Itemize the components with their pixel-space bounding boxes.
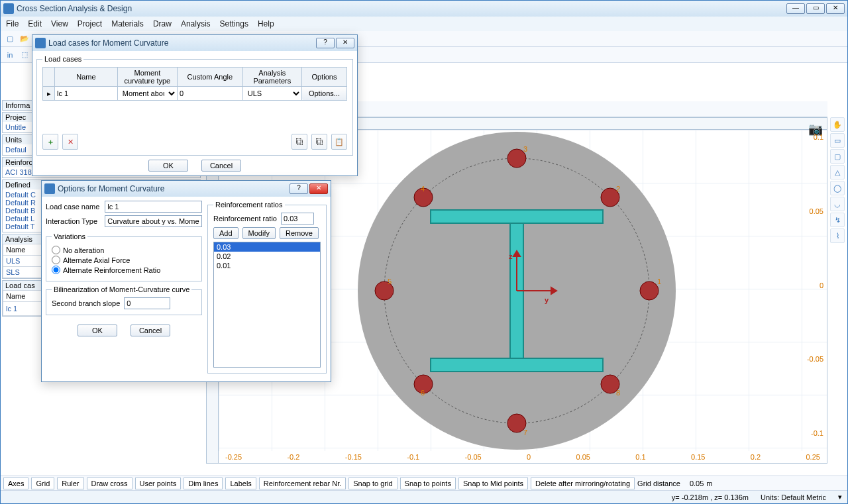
- main-titlebar: Cross Section Analysis & Design — ▭ ✕: [1, 1, 847, 17]
- radio-alt-reinforcement[interactable]: [52, 266, 60, 274]
- menu-view[interactable]: View: [51, 19, 68, 28]
- tool-icon[interactable]: ▢: [830, 149, 845, 164]
- menu-file[interactable]: File: [6, 19, 19, 28]
- add-row-icon[interactable]: ＋: [42, 134, 58, 150]
- ok-button[interactable]: OK: [148, 160, 188, 172]
- toggle-grid[interactable]: Grid: [31, 478, 54, 489]
- maximize-button[interactable]: ▭: [806, 3, 825, 14]
- svg-text:7: 7: [523, 428, 527, 436]
- close-button[interactable]: ✕: [336, 38, 354, 48]
- svg-text:4: 4: [421, 185, 425, 193]
- delete-row-icon[interactable]: ✕: [62, 134, 78, 150]
- toggle-rebar-nr[interactable]: Reinforcement rebar Nr.: [259, 478, 346, 489]
- toggle-snap-mid[interactable]: Snap to Mid points: [458, 478, 528, 489]
- menu-materials[interactable]: Materials: [111, 19, 144, 28]
- modify-button[interactable]: Modify: [242, 227, 276, 239]
- list-item[interactable]: 0.03: [214, 242, 320, 252]
- row-type-select[interactable]: Moment about y: [118, 87, 177, 100]
- help-button[interactable]: ?: [290, 183, 308, 194]
- add-button[interactable]: Add: [213, 227, 238, 239]
- dialog-title: Options for Moment Curvature: [58, 184, 287, 193]
- loadcase-name-input[interactable]: [105, 201, 202, 213]
- help-button[interactable]: ?: [316, 38, 335, 48]
- tool-icon[interactable]: ◡: [830, 197, 845, 211]
- tool-icon[interactable]: ▭: [830, 133, 845, 148]
- row-indicator-icon: ▸: [43, 87, 55, 101]
- tool-icon[interactable]: ⌇: [830, 228, 845, 243]
- variations-group: Variations No alteration Alternate Axial…: [46, 232, 202, 281]
- status-bar: y= -0.218m , z= 0.136m Units: Default Me…: [1, 490, 847, 503]
- row-name-input[interactable]: [55, 87, 117, 100]
- toggle-snap-points[interactable]: Snap to points: [400, 478, 456, 489]
- row-angle-input[interactable]: [178, 87, 242, 100]
- list-item[interactable]: 0.02: [214, 252, 320, 261]
- col-type: Moment curvature type: [117, 68, 177, 87]
- remove-button[interactable]: Remove: [280, 227, 319, 239]
- bilinearization-group: Bilinearization of Moment-Curvature curv…: [46, 285, 202, 315]
- toggle-delete-after[interactable]: Delete after mirroring/rotating: [531, 478, 635, 489]
- row-params-select[interactable]: ULS: [243, 87, 301, 100]
- rr-listbox[interactable]: 0.03 0.02 0.01: [213, 242, 321, 368]
- list-item[interactable]: 0.01: [214, 261, 320, 270]
- radio-alt-axial[interactable]: [52, 256, 60, 264]
- toggle-axes[interactable]: Axes: [3, 478, 28, 489]
- menu-help[interactable]: Help: [258, 19, 274, 28]
- tool-icon[interactable]: ◯: [830, 181, 845, 195]
- svg-rect-3: [431, 358, 603, 372]
- app-icon: [44, 183, 55, 194]
- toggle-dimlines[interactable]: Dim lines: [184, 478, 223, 489]
- close-button[interactable]: ✕: [309, 183, 328, 194]
- tool-icon[interactable]: △: [830, 165, 845, 179]
- toggle-drawcross[interactable]: Draw cross: [87, 478, 132, 489]
- app-icon: [35, 38, 46, 48]
- variations-label: Variations: [52, 232, 87, 240]
- interaction-type-input[interactable]: [105, 215, 202, 227]
- main-title: Cross Section Analysis & Design: [17, 4, 784, 13]
- rr-label: Reinforcement ratio: [213, 215, 277, 223]
- tool-icon[interactable]: in: [3, 48, 17, 62]
- menu-project[interactable]: Project: [78, 19, 102, 28]
- toggle-ruler[interactable]: Ruler: [57, 478, 83, 489]
- grid-distance-value: 0.05: [690, 479, 704, 487]
- loadcase-name-label: Load case name: [46, 203, 99, 211]
- svg-text:5: 5: [388, 277, 392, 285]
- loadcases-group-label: Load cases: [42, 55, 83, 63]
- app-icon: [3, 3, 14, 14]
- rr-input[interactable]: [281, 213, 314, 225]
- ok-button[interactable]: OK: [78, 325, 117, 336]
- loadcases-table: Name Moment curvature type Custom Angle …: [42, 67, 347, 101]
- hand-icon[interactable]: ✋: [830, 117, 845, 132]
- minimize-button[interactable]: —: [786, 3, 805, 14]
- paste-icon[interactable]: 📋: [331, 134, 347, 150]
- slope-input[interactable]: [124, 297, 170, 309]
- svg-point-5: [640, 281, 659, 300]
- toggle-labels[interactable]: Labels: [225, 478, 256, 489]
- col-params: Analysis Parameters: [242, 68, 301, 87]
- svg-rect-2: [431, 210, 603, 223]
- open-file-icon[interactable]: 📂: [18, 32, 31, 46]
- menu-settings[interactable]: Settings: [220, 19, 248, 28]
- dialog-load-cases: Load cases for Moment Curvature ? ✕ Load…: [32, 34, 358, 176]
- row-options-button[interactable]: Options...: [302, 87, 346, 100]
- copy-icon[interactable]: ⿻: [311, 134, 327, 150]
- slope-label: Second branch slope: [52, 299, 120, 307]
- cancel-button[interactable]: Cancel: [131, 325, 170, 336]
- menu-draw[interactable]: Draw: [153, 19, 172, 28]
- menu-edit[interactable]: Edit: [28, 19, 42, 28]
- dialog-title: Load cases for Moment Curvature: [48, 38, 313, 48]
- toggle-userpoints[interactable]: User points: [135, 478, 182, 489]
- toggle-snap-grid[interactable]: Snap to grid: [348, 478, 397, 489]
- radio-no-alteration[interactable]: [52, 246, 60, 254]
- menu-analysis[interactable]: Analysis: [181, 19, 211, 28]
- copy-icon[interactable]: ⿻: [292, 134, 307, 150]
- interaction-type-label: Interaction Type: [46, 217, 99, 225]
- new-file-icon[interactable]: ▢: [3, 32, 17, 46]
- tool-icon[interactable]: ↯: [830, 213, 845, 227]
- cancel-button[interactable]: Cancel: [201, 160, 241, 172]
- status-coords: y= -0.218m , z= 0.136m: [672, 493, 749, 501]
- units-dropdown-icon[interactable]: ▾: [838, 493, 842, 501]
- tool-icon[interactable]: ⬚: [18, 48, 31, 62]
- col-options: Options: [301, 68, 346, 87]
- status-units: Units: Default Metric: [761, 493, 826, 501]
- close-button[interactable]: ✕: [826, 3, 845, 14]
